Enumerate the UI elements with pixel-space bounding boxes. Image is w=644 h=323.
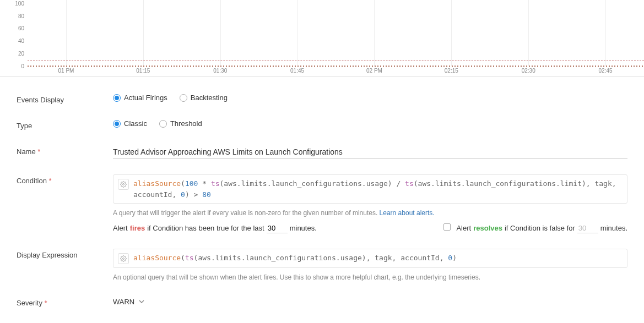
chart-y-tick: 80 [18, 13, 24, 19]
radio-label: Classic [124, 119, 147, 128]
resolves-word: resolves [473, 224, 502, 232]
svg-point-1 [123, 258, 125, 260]
chart-x-tick: 02:30 [522, 68, 535, 74]
condition-row: Condition * aliasSource(100 * ts(aws.lim… [17, 174, 627, 233]
chart-baseline-series [28, 65, 644, 67]
display-expression-label: Display Expression [17, 249, 113, 259]
chart-y-tick: 0 [21, 63, 24, 69]
radio-label: Threshold [170, 119, 202, 128]
resolves-group: Alert resolves if Condition is false for… [443, 223, 627, 233]
radio-unchecked-icon [159, 120, 167, 128]
condition-help: A query that will trigger the alert if e… [113, 209, 627, 217]
chart-y-axis: 020406080100 [0, 0, 28, 66]
chart-x-axis: 01 PM01:1501:3001:4502 PM02:1502:3002:45 [28, 65, 644, 76]
condition-label-text: Condition [17, 177, 47, 185]
chart-x-tick: 02 PM [366, 68, 382, 74]
resolves-suffix: minutes. [600, 224, 627, 232]
severity-label-text: Severity [17, 299, 42, 307]
required-marker: * [49, 177, 52, 185]
name-input[interactable] [113, 145, 627, 159]
events-display-row: Events Display Actual Firings Backtestin… [17, 94, 627, 104]
condition-timing-line: Alert fires if Condition has been true f… [113, 223, 627, 233]
radio-classic[interactable]: Classic [113, 119, 147, 128]
name-label-text: Name [17, 147, 36, 156]
radio-backtesting[interactable]: Backtesting [180, 94, 228, 102]
fires-minutes-input[interactable] [267, 223, 288, 233]
required-marker: * [37, 147, 40, 156]
learn-about-alerts-link[interactable]: Learn about alerts. [380, 209, 435, 217]
radio-threshold[interactable]: Threshold [159, 119, 202, 128]
radio-label: Actual Firings [124, 94, 167, 102]
fires-mid: if Condition has been true for the last [147, 224, 264, 232]
name-label: Name * [17, 145, 113, 156]
severity-value: WARN [113, 298, 134, 306]
resolves-checkbox[interactable] [443, 223, 451, 231]
chart-x-tick: 02:15 [445, 68, 458, 74]
display-expression-code: aliasSource(ts(aws.limits.launch_configu… [133, 253, 623, 264]
name-row: Name * [17, 145, 627, 159]
radio-actual-firings[interactable]: Actual Firings [113, 94, 167, 102]
condition-input[interactable]: aliasSource(100 * ts(aws.limits.launch_c… [113, 174, 627, 204]
chart-x-tick: 01 PM [58, 68, 74, 74]
chart-plot [28, 0, 644, 65]
fires-word: fires [130, 224, 145, 232]
gear-icon[interactable] [118, 253, 129, 264]
gear-icon[interactable] [118, 179, 129, 190]
chart-x-tick: 01:15 [136, 68, 150, 74]
resolves-prefix: Alert [456, 224, 471, 232]
display-expression-help: An optional query that will be shown whe… [113, 273, 627, 281]
chart-y-tick: 60 [18, 25, 24, 31]
chart-y-tick: 100 [15, 0, 24, 6]
type-label: Type [17, 119, 113, 130]
fires-suffix: minutes. [290, 224, 317, 232]
events-display-label: Events Display [17, 94, 113, 104]
chart-threshold-line [28, 60, 644, 61]
type-group: Classic Threshold [113, 119, 627, 128]
severity-select[interactable]: WARN [113, 297, 144, 307]
fires-group: Alert fires if Condition has been true f… [113, 223, 317, 233]
display-expression-input[interactable]: aliasSource(ts(aws.limits.launch_configu… [113, 249, 627, 268]
required-marker: * [45, 299, 47, 307]
radio-label: Backtesting [191, 94, 228, 102]
svg-point-0 [123, 184, 125, 185]
radio-checked-icon [113, 94, 121, 102]
resolves-minutes-input [577, 223, 598, 233]
chart-area: 020406080100 01 PM01:1501:3001:4502 PM02… [0, 0, 644, 77]
chart-x-tick: 01:30 [213, 68, 227, 74]
chevron-down-icon [139, 298, 144, 306]
chart-x-tick: 02:45 [599, 68, 613, 74]
severity-row: Severity * WARN [17, 297, 627, 307]
events-display-group: Actual Firings Backtesting [113, 94, 627, 102]
condition-help-text: A query that will trigger the alert if e… [113, 209, 380, 217]
resolves-mid: if Condition is false for [505, 224, 575, 232]
fires-prefix: Alert [113, 224, 128, 232]
severity-label: Severity * [17, 297, 113, 307]
radio-checked-icon [113, 120, 121, 128]
chart-y-tick: 40 [18, 38, 24, 44]
condition-code: aliasSource(100 * ts(aws.limits.launch_c… [133, 178, 623, 200]
alert-form: Events Display Actual Firings Backtestin… [0, 77, 644, 313]
type-row: Type Classic Threshold [17, 119, 627, 130]
chart-x-tick: 01:45 [290, 68, 304, 74]
display-expression-row: Display Expression aliasSource(ts(aws.li… [17, 249, 627, 281]
chart-y-tick: 20 [18, 51, 24, 57]
condition-label: Condition * [17, 174, 113, 185]
radio-unchecked-icon [180, 94, 187, 102]
